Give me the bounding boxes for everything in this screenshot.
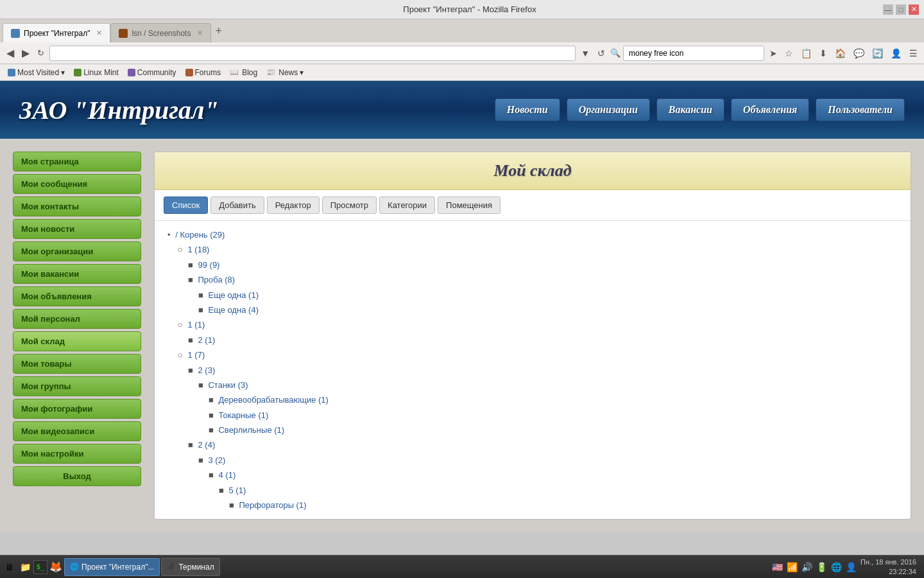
tree-link-eshche1[interactable]: Еще одна (1) [208, 290, 259, 300]
nav-ads-button[interactable]: Объявления [731, 98, 809, 121]
sidebar-item-my-contacts[interactable]: Мои контакты [13, 197, 141, 216]
close-button[interactable]: ✕ [909, 4, 919, 15]
tree-link-99[interactable]: 99 (9) [198, 260, 219, 270]
nav-orgs-button[interactable]: Организации [567, 98, 650, 121]
tree-link-perfor[interactable]: Перфораторы (1) [239, 500, 306, 510]
bookmark-label-linux-mint: Linux Mint [83, 68, 119, 77]
maximize-button[interactable]: □ [896, 4, 906, 15]
content-tab-editor[interactable]: Редактор [267, 197, 320, 214]
bookmark-save-button[interactable]: 📋 [798, 47, 814, 60]
taskbar-icon-firefox[interactable]: 🦊 [49, 560, 63, 574]
content-tab-list[interactable]: Список [164, 197, 208, 214]
list-item: ■ 2 (4) [167, 437, 898, 452]
sidebar-item-my-news[interactable]: Мои новости [13, 219, 141, 239]
content-tab-view[interactable]: Просмотр [322, 197, 377, 214]
tree-link-root[interactable]: / Корень (29) [175, 230, 225, 240]
tab-close-integral[interactable]: ✕ [96, 29, 102, 37]
address-bar[interactable] [49, 46, 576, 61]
sidebar-item-my-settings[interactable]: Мои настройки [13, 444, 141, 464]
list-item: ■ 4 (1) [167, 468, 898, 482]
search-input[interactable] [623, 46, 764, 61]
tree-link-proba[interactable]: Проба (8) [198, 275, 235, 285]
list-item: ○ 1 (18) [167, 242, 898, 257]
home-button[interactable]: 🏠 [832, 47, 848, 60]
taskbar-app-label-terminal: Терминал [178, 563, 214, 572]
content-tab-add[interactable]: Добавить [210, 197, 264, 214]
taskbar-icon-files[interactable]: 📁 [18, 560, 32, 574]
tree-link-stanki[interactable]: Станки (3) [208, 380, 248, 390]
menu-button[interactable]: ☰ [907, 47, 920, 60]
bookmark-news[interactable]: 📰 News ▾ [262, 67, 307, 78]
nav-users-button[interactable]: Пользователи [816, 98, 905, 121]
back-button[interactable]: ◀ [4, 46, 17, 60]
new-tab-button[interactable]: + [211, 24, 226, 38]
sidebar-item-my-videos[interactable]: Мои видеозаписи [13, 421, 141, 441]
site-logo: ЗАО "Интригал" [19, 95, 219, 125]
sidebar-item-my-messages[interactable]: Мои сообщения [13, 174, 141, 194]
bookmark-label-forums: Forums [195, 68, 221, 77]
tree-link-sverl[interactable]: Сверлильные (1) [218, 425, 284, 435]
tab-favicon-lsn [119, 29, 128, 38]
sidebar-item-logout[interactable]: Выход [13, 466, 141, 486]
tree-link-derevo[interactable]: Деревообрабатывающие (1) [218, 395, 328, 405]
nav-news-button[interactable]: Новости [495, 98, 560, 121]
tree-link-3-2[interactable]: 3 (2) [208, 455, 225, 465]
tree-link-1-18[interactable]: 1 (18) [187, 245, 209, 254]
bookmark-label-most-visited: Most Visited [17, 68, 59, 77]
tree-link-2-3[interactable]: 2 (3) [198, 365, 215, 375]
search-go-button[interactable]: ➤ [767, 47, 780, 60]
user-button[interactable]: 👤 [888, 47, 904, 60]
tree-link-1-7[interactable]: 1 (7) [187, 350, 205, 360]
tree-content: • / Корень (29) ○ 1 (18) ■ 99 (9) ■ Проб… [155, 221, 911, 519]
taskbar-app-integral[interactable]: 🌐 Проект "Интеграл"... [64, 558, 160, 576]
sidebar-item-my-warehouse[interactable]: Мой склад [13, 331, 141, 351]
address-go-button[interactable]: ▼ [578, 47, 592, 60]
sidebar-item-my-orgs[interactable]: Мои организации [13, 241, 141, 261]
list-item: ■ 99 (9) [167, 258, 898, 272]
sidebar-item-my-photos[interactable]: Мои фотографии [13, 399, 141, 419]
bookmark-star-button[interactable]: ☆ [782, 47, 796, 60]
tab-close-lsn[interactable]: ✕ [197, 29, 203, 37]
taskbar-app-terminal[interactable]: ⬛ Терминал [161, 558, 219, 576]
sidebar-item-my-page[interactable]: Моя страница [13, 152, 141, 171]
tab-integral[interactable]: Проект "Интеграл" ✕ [3, 23, 110, 42]
tree-link-2-4[interactable]: 2 (4) [198, 440, 215, 450]
bookmarks-bar: Most Visited ▾ Linux Mint Community Foru… [0, 64, 924, 81]
tree-link-eshche4[interactable]: Еще одна (4) [208, 305, 259, 315]
sidebar-item-my-staff[interactable]: Мой персонал [13, 309, 141, 329]
bookmark-linux-mint[interactable]: Linux Mint [70, 67, 123, 78]
tree-link-2-1[interactable]: 2 (1) [198, 335, 215, 345]
taskbar: 🖥 📁 $_ 🦊 🌐 Проект "Интеграл"... ⬛ Термин… [0, 555, 924, 578]
minimize-button[interactable]: — [883, 4, 893, 15]
sync-button[interactable]: 🔄 [869, 47, 886, 60]
reload-stop-button[interactable]: ↺ [595, 47, 608, 60]
chat-button[interactable]: 💬 [851, 47, 867, 60]
download-button[interactable]: ⬇ [817, 47, 830, 60]
tree-link-tokar[interactable]: Токарные (1) [218, 410, 268, 420]
taskbar-app-label-integral: Проект "Интеграл"... [81, 563, 154, 572]
taskbar-icon-terminal[interactable]: $_ [33, 560, 47, 574]
tree-sq-2-1: ■ [188, 335, 193, 345]
tree-link-4-1[interactable]: 4 (1) [218, 470, 235, 480]
tree-sq-4-1: ■ [209, 470, 214, 480]
content-tab-locations[interactable]: Помещения [438, 197, 501, 214]
bookmark-community[interactable]: Community [124, 67, 180, 78]
content-tab-categories[interactable]: Категории [379, 197, 435, 214]
sidebar-item-my-ads[interactable]: Мои объявления [13, 286, 141, 306]
nav-vacancies-button[interactable]: Вакансии [656, 98, 724, 121]
forward-button[interactable]: ▶ [19, 46, 32, 60]
window-controls[interactable]: — □ ✕ [883, 4, 919, 15]
tab-lsn[interactable]: lsn / Screenshots ✕ [110, 23, 211, 42]
tree-link-5-1[interactable]: 5 (1) [228, 486, 246, 495]
taskbar-icon-home[interactable]: 🖥 [3, 560, 17, 574]
sidebar-item-my-goods[interactable]: Мои товары [13, 354, 141, 374]
bookmark-forums[interactable]: Forums [182, 67, 225, 78]
taskbar-app-favicon-integral: 🌐 [70, 563, 79, 571]
refresh-button[interactable]: ↻ [35, 47, 47, 59]
tree-link-1-1[interactable]: 1 (1) [187, 320, 205, 329]
bookmark-most-visited[interactable]: Most Visited ▾ [4, 67, 69, 78]
sidebar-item-my-vacancies[interactable]: Мои вакансии [13, 264, 141, 284]
tree-sq-proba: ■ [188, 275, 193, 285]
bookmark-blog[interactable]: 📖 Blog [226, 67, 261, 78]
sidebar-item-my-groups[interactable]: Мои группы [13, 376, 141, 396]
